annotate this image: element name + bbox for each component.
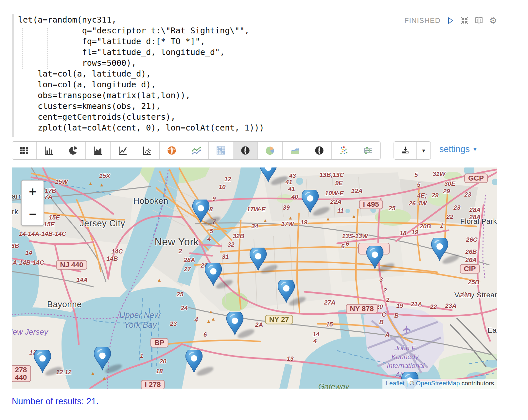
- result-count-text: Number of results: 21.: [12, 396, 99, 407]
- download-icon[interactable]: [394, 142, 417, 159]
- settings-caret-icon: ▼: [472, 147, 478, 152]
- paragraph-status-row: FINISHED ⚙: [404, 16, 498, 26]
- map-attribution: Leaflet | © OpenStreetMap contributors: [382, 379, 497, 389]
- indent-guide: [47, 28, 48, 70]
- code-editor[interactable]: let(a=random(nyc311, q="descriptor_t:\"R…: [18, 14, 264, 133]
- multi-line-chart-icon[interactable]: [184, 142, 209, 159]
- settings-toggle[interactable]: settings ▼: [439, 144, 478, 154]
- run-icon[interactable]: [445, 16, 455, 26]
- indent-guide: [22, 28, 23, 70]
- attribution-suffix: contributors: [460, 380, 494, 387]
- map-marker[interactable]: [366, 246, 400, 274]
- download-group: ▼: [394, 141, 431, 160]
- settings-gear-icon[interactable]: ⚙: [488, 16, 498, 26]
- sliders-icon[interactable]: [356, 142, 380, 159]
- globe-orange-icon[interactable]: [160, 142, 184, 159]
- pie-chart-icon[interactable]: [61, 142, 86, 159]
- editor-gutter-bar: [12, 14, 14, 137]
- bar-chart-icon[interactable]: [37, 142, 61, 159]
- color-scatter-icon[interactable]: [332, 142, 356, 159]
- report-view-icon[interactable]: [474, 16, 484, 26]
- color-area-chart-icon[interactable]: [283, 142, 307, 159]
- leaflet-map[interactable]: HobokenJersey CityNew YorkBayonneValley …: [12, 167, 497, 389]
- visualization-toolbar: ▼ settings ▼: [0, 141, 528, 159]
- map-marker[interactable]: [226, 312, 260, 340]
- settings-label: settings: [439, 144, 470, 154]
- indent-guide: [60, 28, 60, 70]
- indent-guide: [35, 28, 35, 70]
- map-marker[interactable]: [205, 263, 239, 291]
- map-marker[interactable]: [185, 350, 220, 378]
- area-chart-icon[interactable]: [86, 142, 110, 159]
- download-caret-icon[interactable]: ▼: [417, 142, 431, 159]
- map-marker[interactable]: [250, 248, 284, 276]
- line-chart-icon[interactable]: [111, 142, 135, 159]
- map-marker[interactable]: [431, 238, 465, 266]
- map-marker[interactable]: [278, 280, 312, 308]
- map-marker[interactable]: [34, 350, 68, 378]
- map-marker[interactable]: [94, 347, 128, 375]
- map-marker[interactable]: [192, 200, 226, 228]
- paragraph-status: FINISHED: [404, 16, 441, 25]
- attribution-separator: |: [405, 380, 410, 387]
- map-tiles: [12, 167, 497, 389]
- attribution-copyright: ©: [410, 380, 416, 387]
- color-pie-chart-icon[interactable]: [258, 142, 282, 159]
- zoom-in-button[interactable]: +: [22, 181, 44, 203]
- leaflet-link[interactable]: Leaflet: [386, 380, 404, 387]
- globe-dark-icon[interactable]: [307, 142, 332, 159]
- map-marker[interactable]: [302, 190, 336, 218]
- zoom-control: + −: [21, 180, 44, 226]
- collapse-icon[interactable]: [460, 16, 469, 26]
- zoom-out-button[interactable]: −: [22, 203, 44, 225]
- map-globe-icon[interactable]: [233, 142, 258, 159]
- table-icon[interactable]: [12, 142, 37, 159]
- scatter-chart-icon[interactable]: [135, 142, 160, 159]
- map-marker[interactable]: [260, 167, 294, 187]
- heatmap-grid-icon[interactable]: [209, 142, 233, 159]
- openstreetmap-link[interactable]: OpenStreetMap: [416, 380, 460, 387]
- viz-button-group: [12, 141, 381, 160]
- code-paragraph[interactable]: let(a=random(nyc311, q="descriptor_t:\"R…: [12, 13, 517, 139]
